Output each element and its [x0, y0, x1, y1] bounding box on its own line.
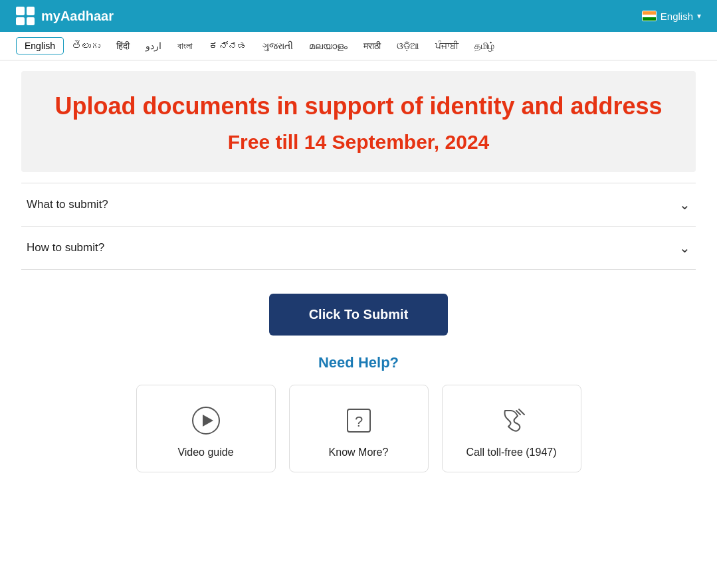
- chevron-down-icon: ▾: [697, 11, 701, 21]
- banner-subtitle: Free till 14 September, 2024: [48, 131, 669, 153]
- accordion-label-how: How to submit?: [27, 241, 104, 254]
- play-icon: [189, 404, 223, 437]
- help-card-know[interactable]: ? Know More?: [289, 385, 429, 472]
- lang-malayalam[interactable]: മലയാളം: [301, 38, 356, 54]
- help-card-video-label: Video guide: [177, 446, 233, 458]
- lang-marathi[interactable]: मराठी: [356, 38, 389, 54]
- lang-english[interactable]: English: [16, 37, 64, 54]
- chevron-down-icon-2: ⌄: [679, 240, 690, 256]
- top-navbar: myAadhaar English ▾: [0, 0, 717, 32]
- brand-name: myAadhaar: [41, 9, 114, 24]
- submit-button[interactable]: Click To Submit: [269, 294, 449, 336]
- lang-urdu[interactable]: اردو: [138, 38, 169, 54]
- navbar-lang-label: English: [661, 11, 693, 22]
- help-card-know-label: Know More?: [329, 446, 389, 458]
- phone-icon: [495, 404, 528, 437]
- accordion-label-what: What to submit?: [27, 198, 108, 211]
- chevron-down-icon: ⌄: [679, 197, 690, 213]
- lang-row-1: English తెలుగు हिंदी اردو বাংলা ಕನ್ನಡ ગુ…: [16, 37, 502, 54]
- flag-icon: [642, 11, 657, 21]
- svg-text:?: ?: [354, 413, 362, 430]
- language-bar: English తెలుగు हिंदी اردو বাংলা ಕನ್ನಡ ગુ…: [0, 32, 717, 60]
- lang-hindi[interactable]: हिंदी: [108, 38, 138, 54]
- lang-telugu[interactable]: తెలుగు: [64, 38, 108, 54]
- brand-icon: [16, 7, 35, 25]
- svg-marker-1: [203, 415, 213, 427]
- help-card-call[interactable]: Call toll-free (1947): [442, 385, 581, 472]
- banner-title: Upload documents in support of identity …: [48, 92, 669, 120]
- banner-section: Upload documents in support of identity …: [21, 71, 696, 172]
- question-icon: ?: [342, 404, 375, 437]
- accordion-section: What to submit? ⌄ How to submit? ⌄: [21, 183, 696, 270]
- brand: myAadhaar: [16, 7, 114, 25]
- lang-tamil[interactable]: தமிழ்: [466, 38, 502, 54]
- accordion-item-how: How to submit? ⌄: [21, 227, 696, 270]
- accordion-header-how[interactable]: How to submit? ⌄: [21, 227, 696, 269]
- lang-punjabi[interactable]: ਪੰਜਾਬੀ: [427, 38, 466, 54]
- help-card-video[interactable]: Video guide: [136, 385, 276, 472]
- lang-odia[interactable]: ଓଡ଼ିଆ: [389, 38, 427, 54]
- lang-kannada[interactable]: ಕನ್ನಡ: [201, 38, 255, 54]
- lang-gujarati[interactable]: ગુજરાતી: [255, 38, 301, 54]
- need-help-title: Need Help?: [0, 354, 717, 371]
- help-cards-container: Video guide ? Know More? Call toll-free …: [0, 385, 717, 472]
- lang-bangla[interactable]: বাংলা: [169, 38, 201, 54]
- submit-container: Click To Submit: [0, 294, 717, 336]
- help-card-call-label: Call toll-free (1947): [466, 446, 556, 458]
- language-selector[interactable]: English ▾: [642, 11, 701, 22]
- need-help-section: Need Help? Video guide ? Know More?: [0, 354, 717, 472]
- accordion-header-what[interactable]: What to submit? ⌄: [21, 183, 696, 226]
- accordion-item-what: What to submit? ⌄: [21, 183, 696, 227]
